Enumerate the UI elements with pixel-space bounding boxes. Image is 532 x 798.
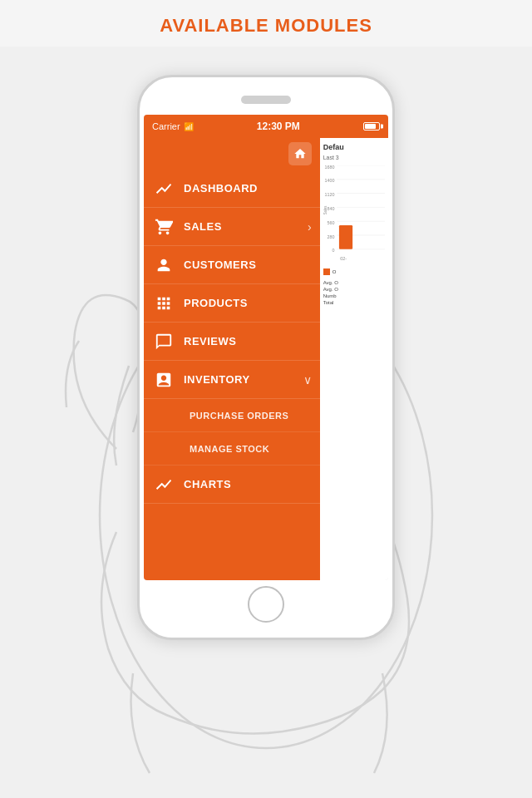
menu-item-reviews[interactable]: REVIEWS xyxy=(144,323,320,361)
sales-label: SALES xyxy=(184,220,308,233)
inventory-icon xyxy=(152,368,175,392)
menu-list: DASHBOARD SALES › xyxy=(144,170,320,504)
phone-device: Carrier 📶 12:30 PM xyxy=(137,75,395,640)
svg-text:1120: 1120 xyxy=(324,193,334,198)
inventory-label: INVENTORY xyxy=(184,373,303,386)
nav-bar xyxy=(144,138,320,170)
page-title: AVAILABLE MODULES xyxy=(0,0,532,47)
wifi-icon: 📶 xyxy=(184,122,194,131)
menu-item-charts[interactable]: CHARTS xyxy=(144,466,320,504)
menu-item-products[interactable]: PRODUCTS xyxy=(144,284,320,323)
menu-item-inventory[interactable]: INVENTORY ∨ xyxy=(144,361,320,399)
legend-text: O xyxy=(332,269,337,274)
phone-home-button[interactable] xyxy=(248,586,284,623)
peek-panel: Defau Last 3 1680 14 xyxy=(320,138,388,580)
peek-title: Defau xyxy=(323,143,385,151)
charts-icon xyxy=(152,473,175,496)
submenu-item-manage-stock[interactable]: MANAGE STOCK xyxy=(144,432,320,466)
svg-text:560: 560 xyxy=(327,220,334,225)
stat-row-2: Avg. O xyxy=(323,287,385,292)
stat-row-4: Total xyxy=(323,300,385,305)
purchase-orders-label: PURCHASE ORDERS xyxy=(190,411,288,421)
peek-stats: Avg. O Avg. O Numb Total xyxy=(323,280,385,305)
sales-icon xyxy=(152,215,175,239)
svg-text:Sales: Sales xyxy=(323,205,328,214)
svg-text:1400: 1400 xyxy=(324,179,334,184)
svg-text:0: 0 xyxy=(332,249,334,254)
carrier-label: Carrier xyxy=(152,121,180,131)
customers-icon xyxy=(152,254,175,277)
charts-label: CHARTS xyxy=(184,478,312,490)
peek-chart: 1680 1400 1120 840 560 280 0 Sales 02- xyxy=(323,165,385,265)
home-nav-icon[interactable] xyxy=(288,142,312,165)
legend-color-box xyxy=(323,268,330,275)
screen-content: DASHBOARD SALES › xyxy=(144,138,388,580)
phone-screen: Carrier 📶 12:30 PM xyxy=(144,115,388,580)
svg-text:1680: 1680 xyxy=(324,165,334,170)
stat-row-1: Avg. O xyxy=(323,280,385,285)
reviews-label: REVIEWS xyxy=(184,335,312,347)
reviews-icon xyxy=(152,330,175,353)
battery-icon xyxy=(363,122,380,131)
menu-panel: DASHBOARD SALES › xyxy=(144,138,320,580)
sales-arrow: › xyxy=(308,220,312,234)
status-time: 12:30 PM xyxy=(257,121,300,132)
menu-item-sales[interactable]: SALES › xyxy=(144,208,320,246)
status-bar: Carrier 📶 12:30 PM xyxy=(144,115,388,138)
products-icon xyxy=(152,292,175,315)
peek-subtitle: Last 3 xyxy=(323,155,385,160)
carrier-info: Carrier 📶 xyxy=(152,121,194,131)
svg-text:280: 280 xyxy=(327,234,334,239)
menu-item-dashboard[interactable]: DASHBOARD xyxy=(144,170,320,208)
manage-stock-label: MANAGE STOCK xyxy=(190,444,269,454)
menu-item-customers[interactable]: CUSTOMERS xyxy=(144,246,320,284)
svg-rect-21 xyxy=(339,225,352,249)
phone-speaker xyxy=(241,96,291,104)
customers-label: CUSTOMERS xyxy=(184,259,312,271)
peek-legend: O xyxy=(323,268,385,275)
dashboard-icon xyxy=(152,177,175,200)
submenu-item-purchase-orders[interactable]: PURCHASE ORDERS xyxy=(144,399,320,432)
products-label: PRODUCTS xyxy=(184,297,312,309)
inventory-chevron: ∨ xyxy=(303,373,312,387)
svg-text:02-: 02- xyxy=(340,256,347,261)
stat-row-3: Numb xyxy=(323,293,385,298)
svg-text:840: 840 xyxy=(327,206,334,211)
dashboard-label: DASHBOARD xyxy=(184,182,312,195)
